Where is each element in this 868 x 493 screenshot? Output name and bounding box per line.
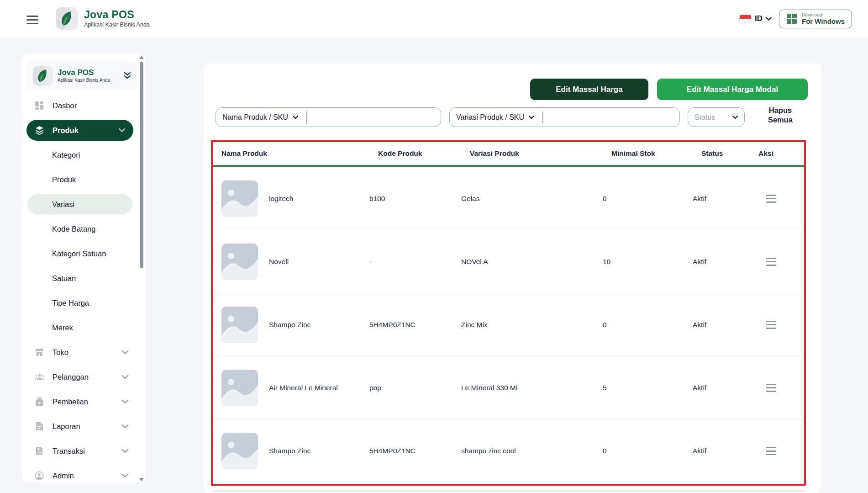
cell-status: Aktif [693,258,750,266]
sidebar-subitem-kategori-satuan[interactable]: Kategori Satuan [21,241,138,266]
subitem-label: Variasi [52,200,74,209]
chevron-down-icon [293,116,298,119]
nama-produk-sku-filter[interactable]: Nama Produk / SKU [216,107,441,127]
sidebar-item-label: Laporan [53,422,80,431]
cell-kode-produk: pop [369,384,461,392]
top-header: Jova POS Aplikasi Kasir Bisnis Anda ID D… [0,0,868,37]
subitem-label: Merek [52,323,73,332]
next-section-divider [211,490,806,492]
sidebar-item-label: Admin [53,472,74,480]
status-placeholder: Status [694,113,715,122]
filter-type-label[interactable]: Nama Produk / SKU [222,113,288,122]
download-windows-button[interactable]: Download For Windows [779,10,852,28]
cell-minimal-stok: 0 [603,447,693,455]
chevron-down-icon [529,116,534,119]
chevron-down-icon [119,128,125,132]
subitem-label: Produk [52,175,76,184]
sidebar-item-dasbor[interactable]: Dasbor [21,93,138,118]
variasi-produk-sku-filter[interactable]: Variasi Produk / SKU [449,107,680,127]
hapus-semua-button[interactable]: Hapus Semua [762,106,799,125]
chevron-down-icon [122,350,128,354]
sidebar-logo [33,66,53,86]
cell-minimal-stok: 5 [603,384,693,392]
table-row: Shampo Zinc 5H4MP0Z1NC shampo zinc cool … [213,419,804,482]
cell-kode-produk: 5H4MP0Z1NC [369,321,461,329]
column-header-status: Status [701,149,758,158]
sidebar-brand[interactable]: Jova POS Aplikasi Kasir Bisnis Anda [27,61,137,90]
dashboard-icon [34,101,44,110]
row-actions-menu-icon[interactable] [766,321,776,329]
nama-produk-sku-input[interactable] [307,111,434,124]
sidebar: Jova POS Aplikasi Kasir Bisnis Anda Dasb… [21,53,146,483]
sidebar-item-admin[interactable]: Admin [21,463,138,488]
product-image-placeholder [221,180,258,217]
status-dropdown[interactable]: Status [688,107,745,127]
edit-massal-harga-modal-button[interactable]: Edit Massal Harga Modal [657,79,808,100]
sidebar-subitem-kategori[interactable]: Kategori [21,143,138,167]
table-row: Air Mineral Le Mineral pop Le Mineral 33… [213,356,804,419]
sidebar-subitem-satuan[interactable]: Satuan [21,266,138,291]
leaf-icon [60,11,74,27]
table-row: Shampo Zinc 5H4MP0Z1NC Zinc Mix 0 Aktif [213,293,804,356]
download-label: Download [802,12,845,18]
product-image-placeholder [221,370,258,406]
menu-toggle-icon[interactable] [26,13,38,24]
sidebar-item-label: Produk [53,126,79,135]
chevron-down-icon [122,375,128,379]
row-actions-menu-icon[interactable] [766,195,776,203]
sidebar-item-label: Pelanggan [53,373,89,382]
column-header-kode-produk: Kode Produk [378,149,470,158]
sidebar-item-label: Transaksi [53,447,85,456]
cell-minimal-stok: 0 [603,195,693,203]
table-row: logitech b100 Gelas 0 Aktif [213,167,804,230]
sidebar-scrollbar[interactable] [139,55,144,482]
sidebar-subitem-merek[interactable]: Merek [21,315,138,340]
scroll-up-arrow-icon[interactable] [139,55,144,59]
sidebar-item-produk[interactable]: Produk [26,120,133,141]
svg-text:$: $ [38,401,41,405]
customers-icon [34,372,44,382]
sidebar-brand-subtitle: Aplikasi Kasir Bisnis Anda [58,78,110,83]
main-content-card: Edit Massal Harga Edit Massal Harga Moda… [204,64,821,493]
cell-nama-produk: Shampo Zinc [269,447,310,455]
sidebar-subitem-kode-batang[interactable]: Kode Batang [21,217,138,241]
chevron-down-icon [122,449,128,453]
sidebar-item-transaksi[interactable]: $ Transaksi [21,439,138,463]
sidebar-item-pembelian[interactable]: $ Pembelian [21,389,138,414]
product-image-placeholder [221,307,258,343]
cell-variasi-produk: Gelas [461,195,603,203]
column-header-nama-produk: Nama Produk [221,149,378,158]
sidebar-item-pelanggan[interactable]: Pelanggan [21,365,138,389]
row-actions-menu-icon[interactable] [766,258,776,266]
column-header-minimal-stok: Minimal Stok [611,149,701,158]
store-icon [34,348,44,357]
sidebar-item-laporan[interactable]: Laporan [21,414,138,439]
sidebar-subitem-produk[interactable]: Produk [21,167,138,192]
cell-minimal-stok: 0 [603,321,693,329]
cell-variasi-produk: shampo zinc cool [461,447,603,455]
row-actions-menu-icon[interactable] [766,447,776,455]
edit-massal-harga-button[interactable]: Edit Massal Harga [530,79,648,100]
sidebar-subitem-variasi[interactable]: Variasi [27,194,132,214]
subitem-label: Kategori Satuan [52,249,106,258]
collapse-double-chevron-icon[interactable] [123,71,132,80]
subitem-label: Satuan [52,274,76,283]
for-windows-label: For Windows [802,17,845,25]
sidebar-item-label: Dasbor [53,101,77,110]
row-actions-menu-icon[interactable] [766,384,776,392]
language-selector[interactable]: ID [739,14,772,23]
filter-type-label[interactable]: Variasi Produk / SKU [456,113,524,122]
variasi-produk-sku-input[interactable] [543,111,673,124]
app-brand: Jova POS Aplikasi Kasir Bisnis Anda [56,7,150,30]
scrollbar-thumb[interactable] [140,62,143,268]
sidebar-item-toko[interactable]: Toko [21,340,138,365]
sidebar-item-label: Toko [53,348,68,357]
cell-status: Aktif [693,384,750,392]
cell-variasi-produk: NOVel A [461,258,603,266]
cell-variasi-produk: Zinc Mix [461,321,603,329]
chevron-down-icon [766,17,772,21]
sidebar-subitem-tipe-harga[interactable]: Tipe Harga [21,291,138,315]
scroll-down-arrow-icon[interactable] [139,478,144,482]
cell-nama-produk: Shampo Zinc [269,321,310,329]
sidebar-item-label: Pembelian [53,398,88,406]
